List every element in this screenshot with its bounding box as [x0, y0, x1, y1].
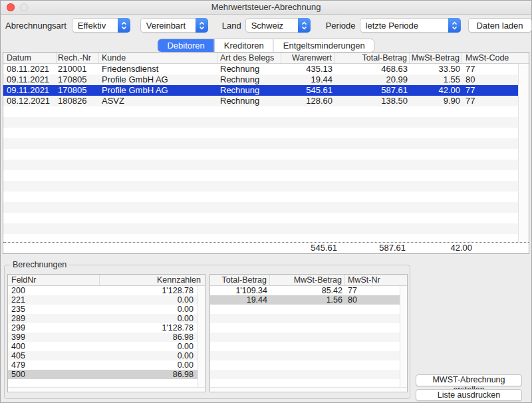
periode-select[interactable]: letzte Periode [360, 18, 461, 33]
table-cell: 08.11.2021 [3, 64, 57, 74]
tab-bar: Debitoren Kreditoren Entgeltsminderungen [157, 39, 374, 53]
vertical-scrollbar[interactable] [400, 286, 407, 388]
table-cell: 86.98 [100, 370, 198, 379]
column-header-kunde[interactable]: Kunde [99, 53, 217, 63]
table-cell: 170805 [57, 74, 99, 85]
app-window: Mehrwertsteuer-Abrechnung Abrechnungsart… [0, 0, 532, 403]
table-cell: 77 [462, 96, 518, 106]
column-header-rechnr[interactable]: Rech.-Nr [57, 53, 99, 63]
mwst-summary-table-body: 1'109.3485.427719.441.5680 [210, 286, 400, 388]
print-list-button[interactable]: Liste ausdrucken [416, 389, 522, 401]
land-label: Land [222, 21, 241, 31]
table-cell: 19.44 [210, 295, 270, 305]
table-row[interactable]: 2890.00 [8, 314, 198, 323]
table-cell: 86.98 [100, 333, 198, 342]
column-header-kennzahlen[interactable]: Kennzahlen [100, 275, 205, 285]
minimize-button[interactable] [20, 3, 28, 11]
table-cell: Rechnung [217, 74, 281, 85]
table-cell: Friedensdienst [99, 64, 217, 74]
column-header-mwst-nr[interactable]: MwSt-Nr [345, 275, 407, 285]
column-header-mwst-code[interactable]: MwSt-Code [462, 53, 529, 63]
chevron-up-down-icon [118, 18, 130, 33]
table-cell: 1'128.78 [100, 286, 198, 295]
table-row[interactable]: 08.11.2021210001FriedensdienstRechnung43… [3, 64, 518, 74]
table-row[interactable]: 2991'128.78 [8, 323, 198, 333]
vertical-scrollbar[interactable] [198, 286, 205, 388]
table-row[interactable]: 50086.98 [8, 370, 198, 379]
periode-label: Periode [326, 21, 356, 31]
invoice-table: Datum Rech.-Nr Kunde Art des Belegs Ware… [3, 52, 529, 254]
total-mwst-betrag: 42.00 [406, 243, 472, 253]
table-row[interactable]: 2001'128.78 [8, 286, 198, 295]
table-cell: 80 [345, 295, 400, 305]
table-row[interactable]: 39986.98 [8, 333, 198, 342]
table-cell: Rechnung [217, 64, 281, 74]
invoice-totals-row: 545.61 587.61 42.00 [3, 242, 529, 253]
table-cell: 545.61 [281, 85, 334, 96]
total-warenwert: 545.61 [284, 243, 337, 253]
table-cell: 0.00 [100, 351, 198, 360]
table-cell: 42.00 [410, 85, 462, 96]
land-select[interactable]: Schweiz [245, 18, 311, 33]
close-button[interactable] [7, 3, 15, 11]
table-cell: Rechnung [217, 85, 281, 96]
column-header-mwst-betrag[interactable]: MwSt-Betrag [410, 53, 462, 63]
berechnungen-group: Berechnungen FeldNr Kennzahlen 2001'128.… [4, 265, 410, 399]
table-cell: 0.00 [100, 360, 198, 370]
table-cell: 138.50 [334, 96, 410, 106]
table-cell: 0.00 [100, 295, 198, 305]
table-cell: 400 [8, 342, 100, 351]
table-cell: 468.63 [334, 64, 410, 74]
table-cell: 210001 [57, 64, 99, 74]
table-cell: 128.60 [281, 96, 334, 106]
table-row[interactable]: 2350.00 [8, 305, 198, 314]
mwst-summary-table-header: Total-Betrag MwSt-Betrag MwSt-Nr [210, 275, 407, 286]
table-cell: 1.56 [270, 295, 345, 305]
table-cell: 77 [462, 64, 518, 74]
modus-select[interactable]: Vereinbart [140, 18, 208, 33]
load-data-button[interactable]: Daten laden [468, 18, 532, 33]
abrechnungsart-label: Abrechnungsart [5, 21, 66, 31]
table-cell: 479 [8, 360, 100, 370]
create-mwst-report-button[interactable]: MWST-Abrechnung erstellen [416, 374, 522, 386]
table-row[interactable]: 2210.00 [8, 295, 198, 305]
table-cell: 33.50 [410, 64, 462, 74]
column-header-total-betrag[interactable]: Total-Betrag [334, 53, 410, 63]
table-cell: 09.11.2021 [3, 74, 57, 85]
kennzahlen-table: FeldNr Kennzahlen 2001'128.782210.002350… [7, 274, 205, 392]
column-header-mwst-betrag[interactable]: MwSt-Betrag [270, 275, 345, 285]
table-cell: Rechnung [217, 96, 281, 106]
invoice-table-body: 08.11.2021210001FriedensdienstRechnung43… [3, 64, 518, 242]
column-header-datum[interactable]: Datum [3, 53, 57, 63]
table-cell: 1.55 [410, 74, 462, 85]
table-row[interactable]: 08.12.2021180826ASVZRechnung128.60138.50… [3, 96, 518, 106]
column-header-warenwert[interactable]: Warenwert [281, 53, 334, 63]
table-cell: 9.90 [410, 96, 462, 106]
horizontal-scrollbar[interactable] [210, 387, 407, 392]
table-row[interactable]: 4050.00 [8, 351, 198, 360]
table-row[interactable]: 09.11.2021170805Profile GmbH AGRechnung1… [3, 74, 518, 85]
column-header-total-betrag[interactable]: Total-Betrag [210, 275, 270, 285]
table-row[interactable]: 1'109.3485.4277 [210, 286, 400, 295]
table-cell: 435.13 [281, 64, 334, 74]
table-cell: 77 [345, 286, 400, 295]
vertical-scrollbar[interactable] [518, 64, 529, 242]
table-cell: 20.99 [334, 74, 410, 85]
table-cell: 0.00 [100, 342, 198, 351]
table-row[interactable]: 4000.00 [8, 342, 198, 351]
table-row[interactable]: 09.11.2021170805Profile GmbH AGRechnung5… [3, 85, 518, 96]
kennzahlen-table-header: FeldNr Kennzahlen [8, 275, 205, 286]
table-cell: 85.42 [270, 286, 345, 295]
column-header-art-des-belegs[interactable]: Art des Belegs [217, 53, 281, 63]
table-cell: 77 [462, 85, 518, 96]
tab-entgeltsminderungen[interactable]: Entgeltsminderungen [274, 39, 374, 52]
window-controls [7, 3, 28, 11]
kennzahlen-table-body: 2001'128.782210.002350.002890.002991'128… [8, 286, 198, 388]
horizontal-scrollbar[interactable] [8, 387, 205, 392]
table-row[interactable]: 19.441.5680 [210, 295, 400, 305]
column-header-feldnr[interactable]: FeldNr [8, 275, 100, 285]
abrechnungsart-select[interactable]: Effektiv [72, 18, 130, 33]
tab-debitoren[interactable]: Debitoren [158, 39, 214, 52]
tab-kreditoren[interactable]: Kreditoren [215, 39, 274, 52]
table-row[interactable]: 4790.00 [8, 360, 198, 370]
